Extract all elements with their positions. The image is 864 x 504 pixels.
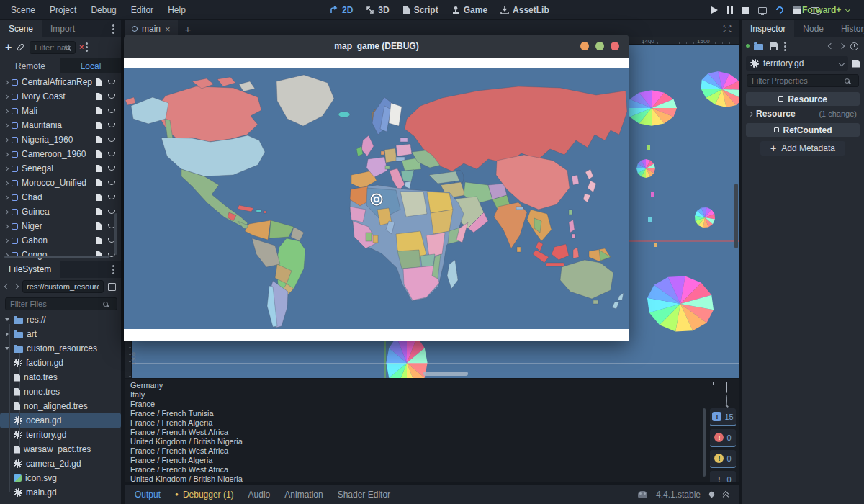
maximize-button[interactable] xyxy=(595,42,604,50)
renderer-selector[interactable]: Forward+ xyxy=(802,0,849,20)
tab-import[interactable]: Import xyxy=(42,20,84,37)
script-icon[interactable] xyxy=(96,222,102,230)
fullscreen-icon[interactable]: ↖↗↙↘ xyxy=(723,24,733,33)
instance-scene-button[interactable] xyxy=(17,43,24,51)
file-row[interactable]: warsaw_pact.tres xyxy=(0,442,121,456)
file-row[interactable]: faction.gd xyxy=(0,356,121,370)
file-row[interactable]: icon.svg xyxy=(0,471,121,485)
bottom-panel-tab[interactable]: Animation xyxy=(277,490,330,500)
refcounted-category[interactable]: RefCounted xyxy=(746,123,860,137)
visibility-icon[interactable] xyxy=(108,152,115,156)
game-window-titlebar[interactable]: map_game (DEBUG) xyxy=(124,35,629,58)
bottom-panel-tab[interactable]: Shader Editor xyxy=(330,490,397,500)
script-icon[interactable] xyxy=(96,107,102,114)
chevron-right-icon[interactable] xyxy=(4,108,9,113)
bottom-panel-tab[interactable]: Output xyxy=(127,490,168,500)
scene-tree-node[interactable]: Niger xyxy=(0,219,121,233)
visibility-icon[interactable] xyxy=(108,181,115,185)
tab-game[interactable]: Game xyxy=(451,5,487,15)
menu-item[interactable]: Scene xyxy=(4,2,42,18)
scene-tree-node[interactable]: Chad xyxy=(0,190,121,204)
scene-tree-scrollbar[interactable] xyxy=(114,213,117,255)
scene-tree-node[interactable]: Mauritania xyxy=(0,118,121,132)
tab-3d[interactable]: 3D xyxy=(366,5,389,15)
menu-item[interactable]: Help xyxy=(161,2,192,18)
scene-tree-hscrollbar[interactable] xyxy=(4,256,109,258)
script-icon[interactable] xyxy=(96,122,102,129)
scene-tree-node[interactable]: Cameroon_1960 xyxy=(0,147,121,161)
menu-item[interactable]: Project xyxy=(43,2,83,18)
visibility-icon[interactable] xyxy=(108,123,115,127)
tab-filesystem[interactable]: FileSystem xyxy=(0,261,60,278)
tab-assetlib[interactable]: AssetLib xyxy=(500,5,549,15)
chevron-right-icon[interactable] xyxy=(4,238,9,243)
log-filter-toggle[interactable]: ! 0 xyxy=(710,429,736,447)
scene-tree-node[interactable]: Gabon xyxy=(0,233,121,248)
resource-section[interactable]: Resource (1 change) xyxy=(742,107,864,120)
chevron-right-icon[interactable] xyxy=(4,180,9,185)
log-filter-toggle[interactable]: ! 0 xyxy=(710,471,736,482)
fold-icon[interactable] xyxy=(4,317,10,323)
viewport-vscrollbar[interactable] xyxy=(734,184,738,248)
visibility-icon[interactable] xyxy=(108,94,115,99)
clear-output-button[interactable] xyxy=(710,382,720,392)
chevron-right-icon[interactable] xyxy=(4,194,9,199)
tab-history[interactable]: History xyxy=(832,20,864,37)
history-icon[interactable] xyxy=(850,42,858,50)
visibility-icon[interactable] xyxy=(108,80,115,84)
pause-button[interactable] xyxy=(727,6,733,14)
scene-tree-node[interactable]: Mali xyxy=(0,104,121,118)
log-filter-toggle[interactable]: ! 15 xyxy=(710,408,736,426)
local-tab[interactable]: Local xyxy=(60,58,121,73)
scene-tree-node[interactable]: Ivory Coast xyxy=(0,89,121,104)
tab-inspector[interactable]: Inspector xyxy=(742,20,794,37)
resource-menu-icon[interactable] xyxy=(784,45,786,48)
minimize-button[interactable] xyxy=(580,42,589,50)
tab-script[interactable]: Script xyxy=(402,5,438,15)
file-row[interactable]: res:// xyxy=(0,312,121,327)
tab-scene[interactable]: Scene xyxy=(0,20,42,37)
split-view-icon[interactable] xyxy=(108,283,116,291)
script-icon[interactable] xyxy=(96,150,102,158)
log-filter-toggle[interactable]: ! 0 xyxy=(710,450,736,468)
history-forward-icon[interactable] xyxy=(839,43,845,49)
add-node-button[interactable]: + xyxy=(5,44,12,51)
output-scrollbar[interactable] xyxy=(703,408,706,477)
tab-2d[interactable]: 2D xyxy=(330,5,353,15)
filter-files-input[interactable] xyxy=(5,297,117,310)
script-icon[interactable] xyxy=(96,78,102,86)
bottom-panel-tab[interactable]: Debugger (1) xyxy=(168,490,241,500)
forward-icon[interactable] xyxy=(13,284,19,289)
filesystem-menu-icon[interactable] xyxy=(112,269,114,271)
script-icon[interactable] xyxy=(96,93,102,100)
expand-panel-icon[interactable] xyxy=(723,492,729,498)
scene-tree-node[interactable]: Senegal xyxy=(0,161,121,176)
chevron-right-icon[interactable] xyxy=(4,209,9,214)
file-row[interactable]: main.gd xyxy=(0,485,121,500)
file-row[interactable]: art xyxy=(0,327,121,341)
back-icon[interactable] xyxy=(4,284,10,289)
chevron-right-icon[interactable] xyxy=(4,223,9,228)
resource-picker[interactable]: territory.gd xyxy=(746,56,848,71)
chevron-right-icon[interactable] xyxy=(4,137,9,142)
dock-menu-icon[interactable] xyxy=(112,28,114,30)
search-output-icon[interactable] xyxy=(726,395,736,405)
path-input[interactable] xyxy=(22,280,104,293)
add-metadata-button[interactable]: + Add Metadata xyxy=(760,141,845,156)
chevron-right-icon[interactable] xyxy=(4,166,9,171)
script-icon[interactable] xyxy=(96,208,102,215)
close-button[interactable] xyxy=(611,42,619,50)
close-icon[interactable]: × xyxy=(165,24,171,35)
file-row[interactable]: nato.tres xyxy=(0,370,121,384)
scene-tree-node[interactable]: Morocco_Unified xyxy=(0,176,121,190)
chevron-right-icon[interactable] xyxy=(4,151,9,156)
chevron-right-icon[interactable] xyxy=(4,79,9,84)
scene-tree-menu-icon[interactable] xyxy=(86,46,88,48)
file-row[interactable]: camera_2d.gd xyxy=(0,456,121,471)
resource-category[interactable]: Resource xyxy=(746,92,860,106)
movie-maker-icon[interactable] xyxy=(793,6,801,14)
script-icon[interactable] xyxy=(96,237,102,244)
script-icon[interactable] xyxy=(96,136,102,143)
visibility-icon[interactable] xyxy=(108,166,115,171)
menu-item[interactable]: Editor xyxy=(125,2,160,18)
